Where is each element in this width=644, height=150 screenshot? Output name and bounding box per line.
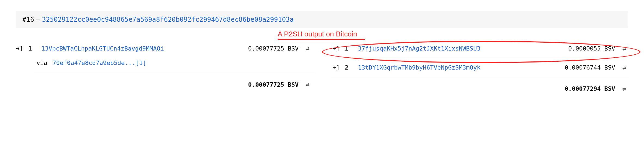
input-address: 13VpcBWTaCLnpaKLGTUCn4zBavgd9MMAQi (41, 45, 238, 52)
output-amount: 0.0000055 BSV (568, 45, 615, 52)
outputs-total: 0.00077294 BSV (565, 85, 615, 92)
outputs-total-row: 0.00077294 BSV ⇄ (330, 77, 630, 95)
output-amount: 0.00076744 BSV (565, 64, 615, 71)
annotation-text: A P2SH output on Bitcoin (278, 30, 357, 38)
io-columns: ➜] 1 13VpcBWTaCLnpaKLGTUCn4zBavgd9MMAQi … (14, 39, 630, 95)
swap-icon[interactable]: ⇄ (620, 45, 628, 52)
inputs-total: 0.00077725 BSV (248, 81, 299, 88)
output-address-link[interactable]: 13tDY1XGqrbwTMb9byH6TVeNpGzSM3mQyk (358, 64, 480, 71)
input-amount: 0.00077725 BSV (248, 45, 299, 52)
output-index: 1 (345, 45, 353, 52)
input-via-row: via 70ef0a47e8cd7a9eb5de...[1] (34, 58, 314, 73)
inputs-total-row: 0.00077725 BSV ⇄ (14, 73, 314, 91)
input-index: 1 (28, 45, 36, 52)
output-index: 2 (345, 64, 353, 71)
output-address: 37fjusqaKHx5j7nAg2tJXKt1XixsNWBSU3 (358, 45, 558, 52)
output-address-link[interactable]: 37fjusqaKHx5j7nAg2tJXKt1XixsNWBSU3 (358, 45, 480, 52)
transaction-panel: #16 – 325029122cc0ee0c948865e7a569a8f620… (0, 0, 644, 106)
output-address: 13tDY1XGqrbwTMb9byH6TVeNpGzSM3mQyk (358, 64, 554, 71)
outputs-column: ➜] 1 37fjusqaKHx5j7nAg2tJXKt1XixsNWBSU3 … (330, 39, 630, 95)
output-arrow-icon: ➜] (332, 45, 340, 52)
txid-header: #16 – 325029122cc0ee0c948865e7a569a8f620… (16, 11, 628, 28)
annotation-label: A P2SH output on Bitcoin (278, 30, 644, 40)
swap-icon[interactable]: ⇄ (303, 81, 312, 88)
swap-icon[interactable]: ⇄ (303, 45, 312, 52)
swap-icon[interactable]: ⇄ (620, 85, 628, 92)
annotation-underline (278, 39, 365, 40)
input-via-link[interactable]: 70ef0a47e8cd7a9eb5de...[1] (53, 60, 146, 66)
output-row: ➜] 2 13tDY1XGqrbwTMb9byH6TVeNpGzSM3mQyk … (330, 58, 630, 77)
output-row: ➜] 1 37fjusqaKHx5j7nAg2tJXKt1XixsNWBSU3 … (330, 39, 630, 58)
input-address-link[interactable]: 13VpcBWTaCLnpaKLGTUCn4zBavgd9MMAQi (41, 45, 164, 52)
swap-icon[interactable]: ⇄ (620, 64, 628, 71)
inputs-column: ➜] 1 13VpcBWTaCLnpaKLGTUCn4zBavgd9MMAQi … (14, 39, 314, 95)
via-label: via (36, 60, 47, 66)
input-arrow-icon: ➜] (16, 45, 23, 52)
dash: – (36, 16, 40, 23)
input-row: ➜] 1 13VpcBWTaCLnpaKLGTUCn4zBavgd9MMAQi … (14, 39, 314, 58)
txid-link[interactable]: 325029122cc0ee0c948865e7a569a8f620b092fc… (42, 16, 294, 23)
tx-index: #16 (22, 16, 34, 23)
output-arrow-icon: ➜] (332, 64, 340, 71)
